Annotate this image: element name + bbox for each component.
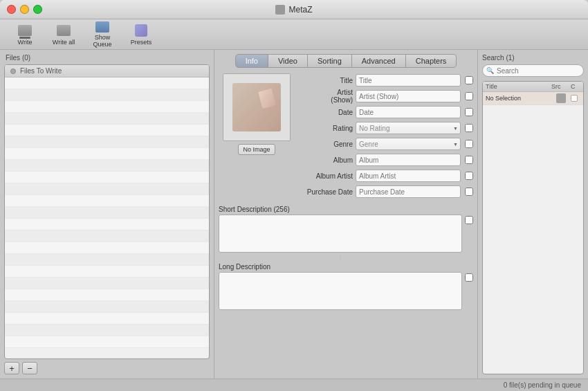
file-row (5, 183, 209, 195)
remove-file-button[interactable]: − (22, 362, 37, 374)
album-label: Album (297, 156, 353, 164)
status-text: 0 file(s) pending in queue (504, 381, 581, 389)
file-row (5, 313, 209, 325)
write-icon (18, 24, 32, 37)
write-all-button[interactable]: Write all (46, 22, 82, 47)
close-button[interactable] (7, 5, 16, 14)
files-list: Files To Write (4, 64, 210, 359)
file-row (5, 113, 209, 125)
tab-sorting[interactable]: Sorting (308, 54, 352, 68)
file-row (5, 160, 209, 172)
tab-chapters[interactable]: Chapters (406, 54, 457, 68)
album-artist-input[interactable] (356, 170, 461, 182)
rating-row: Rating No Rating Clean Explicit (297, 121, 473, 135)
window-controls (7, 5, 42, 14)
artist-show-row: Artist(Show) (297, 89, 473, 103)
short-desc-row: ⋮ (219, 215, 473, 260)
search-col-title-header: Title (486, 83, 551, 90)
album-artist-checkbox[interactable] (465, 172, 473, 180)
edit-area: No Image Title Artist(Show) (219, 73, 473, 374)
file-row (5, 325, 209, 336)
file-row (5, 289, 209, 301)
main-content: Files (0) Files To Write (0, 50, 588, 379)
title-checkbox[interactable] (465, 76, 473, 84)
file-row (5, 125, 209, 136)
short-desc-textarea[interactable] (219, 215, 462, 253)
write-all-label: Write all (53, 39, 75, 46)
search-input[interactable] (482, 64, 584, 77)
long-desc-row (219, 272, 473, 311)
genre-select[interactable]: Genre (356, 138, 461, 150)
window-title: MetaZ (288, 5, 312, 15)
file-row (5, 336, 209, 348)
file-row (5, 78, 209, 89)
purchase-date-checkbox[interactable] (465, 188, 473, 196)
file-row (5, 136, 209, 148)
presets-button[interactable]: Presets (123, 22, 159, 47)
files-footer: + − (4, 359, 210, 374)
search-col-src-header: Src (551, 83, 571, 90)
search-results: Title Src C No Selection (482, 81, 584, 374)
files-panel: Files (0) Files To Write (0, 50, 214, 379)
album-checkbox[interactable] (465, 156, 473, 164)
file-row (5, 101, 209, 113)
file-row (5, 230, 209, 242)
search-result-c (571, 95, 580, 102)
title-row: Title (297, 73, 473, 87)
date-checkbox[interactable] (465, 108, 473, 116)
purchase-date-input[interactable] (356, 185, 461, 198)
file-row (5, 172, 209, 183)
genre-checkbox[interactable] (465, 140, 473, 148)
file-row (5, 301, 209, 313)
top-section: No Image Title Artist(Show) (219, 73, 473, 199)
maximize-button[interactable] (33, 5, 42, 14)
search-table-header: Title Src C (483, 82, 583, 92)
edit-panel: Info Video Sorting Advanced Chapters No … (214, 50, 477, 379)
descriptions-section: Short Description (256) ⋮ Long Descripti… (219, 206, 473, 311)
file-row (5, 148, 209, 160)
show-queue-button[interactable]: Show Queue (84, 22, 120, 47)
file-row (5, 266, 209, 278)
album-input[interactable] (356, 154, 461, 166)
file-row (5, 219, 209, 230)
write-button[interactable]: Write (7, 22, 43, 47)
show-queue-icon (95, 21, 109, 33)
tab-video[interactable]: Video (268, 54, 308, 68)
long-desc-checkbox[interactable] (465, 273, 473, 282)
tab-advanced[interactable]: Advanced (352, 54, 406, 68)
search-panel: Search (1) 🔍 Title Src C No Selection (477, 50, 588, 379)
search-icon: 🔍 (486, 67, 494, 74)
tabs-bar: Info Video Sorting Advanced Chapters (219, 54, 473, 68)
files-panel-title: Files (0) (4, 54, 210, 62)
rating-checkbox[interactable] (465, 124, 473, 132)
title-input[interactable] (356, 74, 461, 87)
short-desc-resize[interactable]: ⋮ (219, 254, 462, 260)
long-desc-textarea[interactable] (219, 272, 462, 310)
purchase-date-row: Purchase Date (297, 185, 473, 199)
artist-show-label: Artist(Show) (297, 89, 353, 104)
file-row (5, 207, 209, 219)
write-label: Write (18, 39, 33, 46)
fields-area: Title Artist(Show) Date (295, 73, 473, 199)
artist-show-input[interactable] (356, 90, 461, 102)
genre-label: Genre (297, 140, 353, 148)
no-image-button[interactable]: No Image (238, 144, 275, 155)
date-input[interactable] (356, 106, 461, 118)
genre-select-wrapper: Genre (356, 138, 461, 150)
file-row (5, 89, 209, 101)
titlebar: MetaZ (0, 0, 588, 19)
short-desc-label: Short Description (256) (219, 206, 473, 213)
search-box-wrapper: 🔍 (482, 64, 584, 77)
search-result-row[interactable]: No Selection (483, 92, 583, 105)
artist-show-checkbox[interactable] (465, 92, 473, 100)
tab-info[interactable]: Info (235, 54, 268, 68)
title-label: Title (297, 77, 353, 84)
minimize-button[interactable] (20, 5, 29, 14)
artwork-box (223, 73, 291, 141)
search-result-src (551, 93, 571, 103)
rating-select[interactable]: No Rating Clean Explicit (356, 122, 461, 134)
add-file-button[interactable]: + (4, 362, 19, 374)
file-row (5, 278, 209, 289)
album-artist-label: Album Artist (297, 172, 353, 180)
short-desc-checkbox[interactable] (465, 216, 473, 224)
